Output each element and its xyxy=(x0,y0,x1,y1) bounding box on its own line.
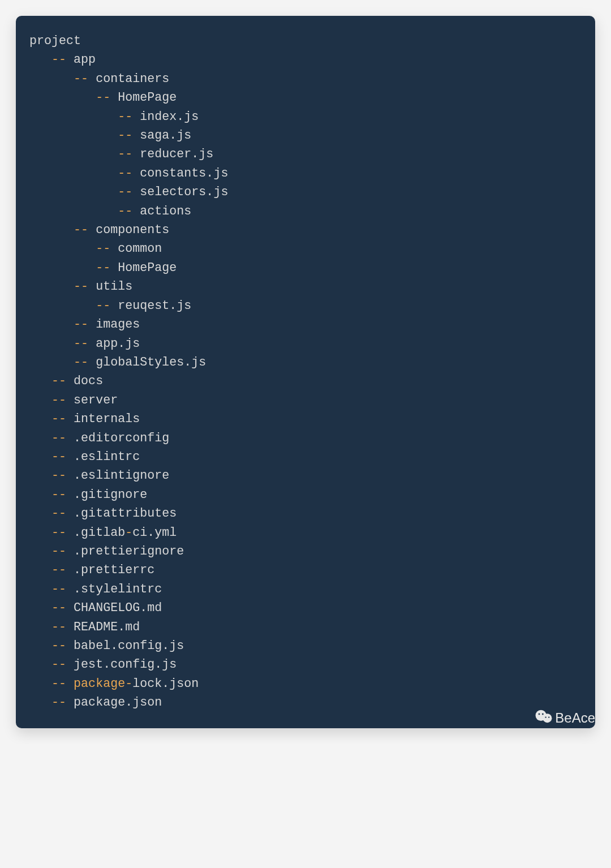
tree-line: -- package.json xyxy=(29,693,582,712)
tree-segment: .stylelintrc xyxy=(74,582,162,596)
dash-icon: -- xyxy=(74,280,88,294)
tree-segment: utils xyxy=(96,280,132,294)
svg-point-5 xyxy=(548,716,549,717)
dash-icon: -- xyxy=(51,658,66,672)
svg-point-2 xyxy=(539,713,540,715)
tree-line: -- HomePage xyxy=(29,88,582,107)
tree-line: -- babel.config.js xyxy=(29,637,582,655)
tree-line: -- reducer.js xyxy=(29,145,582,164)
tree-line: -- app xyxy=(29,50,582,69)
dash-icon: -- xyxy=(51,506,66,521)
tree-segment: common xyxy=(118,242,162,256)
tree-line: -- server xyxy=(29,391,582,410)
tree-segment: jest.config.js xyxy=(74,658,177,672)
tree-line: -- images xyxy=(29,315,582,334)
dash-icon: -- xyxy=(96,299,110,313)
tree-segment: components xyxy=(96,223,169,237)
tree-segment: .gitlab xyxy=(74,526,125,540)
tree-segment: internals xyxy=(74,412,140,426)
svg-point-4 xyxy=(545,716,547,717)
tree-segment: - xyxy=(125,526,132,540)
tree-line: -- docs xyxy=(29,372,582,390)
dash-icon: -- xyxy=(51,393,66,407)
tree-line: -- internals xyxy=(29,410,582,428)
tree-line: -- .eslintrc xyxy=(29,448,582,466)
tree-segment: server xyxy=(74,393,118,407)
tree-segment: reducer.js xyxy=(140,147,213,161)
tree-segment: package xyxy=(74,677,125,691)
tree-line: -- HomePage xyxy=(29,259,582,277)
dash-icon: -- xyxy=(51,374,66,388)
dash-icon: -- xyxy=(51,412,66,426)
dash-icon: -- xyxy=(74,317,88,332)
svg-point-3 xyxy=(542,713,544,715)
tree-segment: ci.yml xyxy=(132,526,177,540)
dash-icon: -- xyxy=(51,677,66,691)
dash-icon: -- xyxy=(118,128,132,143)
tree-segment: project xyxy=(29,34,81,48)
tree-line: -- .gitlab-ci.yml xyxy=(29,523,582,542)
tree-line: -- CHANGELOG.md xyxy=(29,599,582,617)
dash-icon: -- xyxy=(96,261,110,275)
tree-line: -- components xyxy=(29,221,582,239)
tree-line: -- index.js xyxy=(29,108,582,126)
tree-segment: - xyxy=(125,677,132,691)
tree-line: -- utils xyxy=(29,277,582,296)
dash-icon: -- xyxy=(74,223,88,237)
tree-segment: .prettierignore xyxy=(74,544,184,558)
tree-segment: .editorconfig xyxy=(74,431,169,445)
tree-segment: lock.json xyxy=(132,677,199,691)
tree-line: -- .stylelintrc xyxy=(29,580,582,599)
tree-segment: images xyxy=(96,317,140,332)
tree-segment: selectors.js xyxy=(140,185,228,199)
tree-segment: actions xyxy=(140,204,191,218)
tree-line: -- common xyxy=(29,239,582,258)
dash-icon: -- xyxy=(96,91,110,105)
code-block-card: project -- app -- containers -- HomePage… xyxy=(16,16,595,728)
wechat-icon xyxy=(535,709,553,727)
dash-icon: -- xyxy=(118,110,132,124)
dash-icon: -- xyxy=(118,147,132,161)
watermark-text: BeAce xyxy=(555,710,595,726)
dash-icon: -- xyxy=(51,450,66,464)
tree-segment: index.js xyxy=(140,110,199,124)
dash-icon: -- xyxy=(51,53,66,67)
tree-line: -- globalStyles.js xyxy=(29,353,582,372)
tree-segment: globalStyles.js xyxy=(96,355,206,369)
tree-segment: constants.js xyxy=(140,166,228,181)
tree-line: -- package-lock.json xyxy=(29,674,582,693)
tree-line: -- reuqest.js xyxy=(29,297,582,315)
dash-icon: -- xyxy=(51,526,66,540)
file-tree: project -- app -- containers -- HomePage… xyxy=(29,32,582,712)
dash-icon: -- xyxy=(51,488,66,502)
tree-segment: README.md xyxy=(74,620,140,634)
tree-segment: .prettierrc xyxy=(74,563,154,577)
tree-line: -- jest.config.js xyxy=(29,655,582,674)
dash-icon: -- xyxy=(51,601,66,615)
tree-segment: app xyxy=(74,53,96,67)
tree-segment: reuqest.js xyxy=(118,299,191,313)
tree-segment: containers xyxy=(96,72,169,86)
dash-icon: -- xyxy=(118,185,132,199)
tree-line: -- .prettierrc xyxy=(29,561,582,579)
tree-line: -- actions xyxy=(29,202,582,221)
tree-line: project xyxy=(29,32,582,50)
tree-segment: .eslintignore xyxy=(74,469,169,483)
dash-icon: -- xyxy=(118,204,132,218)
tree-line: -- saga.js xyxy=(29,126,582,145)
dash-icon: -- xyxy=(96,242,110,256)
dash-icon: -- xyxy=(51,695,66,710)
tree-segment: app.js xyxy=(96,337,140,351)
dash-icon: -- xyxy=(51,620,66,634)
dash-icon: -- xyxy=(74,355,88,369)
watermark: BeAce xyxy=(535,709,595,727)
tree-line: -- .eslintignore xyxy=(29,466,582,485)
dash-icon: -- xyxy=(51,639,66,653)
dash-icon: -- xyxy=(51,469,66,483)
tree-line: -- app.js xyxy=(29,334,582,353)
tree-segment: docs xyxy=(74,374,103,388)
tree-line: -- containers xyxy=(29,70,582,88)
dash-icon: -- xyxy=(51,563,66,577)
dash-icon: -- xyxy=(51,582,66,596)
tree-segment: HomePage xyxy=(118,261,177,275)
